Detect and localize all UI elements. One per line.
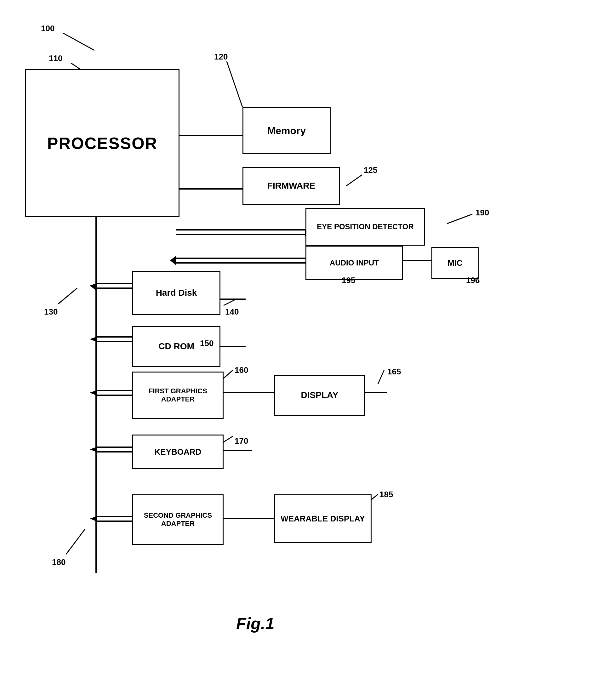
ref-120: 120 [214, 52, 228, 62]
processor-box: PROCESSOR [25, 69, 180, 217]
memory-box: Memory [242, 107, 331, 154]
svg-marker-21 [90, 337, 96, 342]
firmware-box: FIRMWARE [242, 167, 340, 205]
svg-line-49 [224, 299, 236, 305]
display-box: DISPLAY [274, 375, 365, 416]
svg-line-44 [63, 33, 94, 50]
ref-160: 160 [235, 365, 248, 375]
svg-marker-16 [90, 284, 96, 290]
svg-line-47 [346, 175, 362, 186]
diagram-container: 100 110 PROCESSOR 120 Memory 125 FIRMWAR… [0, 0, 592, 700]
ref-195: 195 [342, 276, 355, 285]
hard-disk-box: Hard Disk [132, 271, 220, 315]
ref-110: 110 [49, 54, 62, 63]
audio-input-box: AUDIO INPUT [305, 246, 403, 280]
svg-line-48 [58, 288, 77, 304]
svg-line-52 [378, 370, 384, 384]
ref-150: 150 [200, 339, 213, 348]
mic-box: MIC [431, 247, 479, 279]
svg-marker-26 [90, 391, 96, 395]
ref-165: 165 [387, 367, 401, 377]
ref-125: 125 [364, 165, 377, 175]
ref-130: 130 [44, 307, 58, 317]
wearable-display-box: WEARABLE DISPLAY [274, 494, 372, 543]
ref-140: 140 [225, 307, 239, 317]
keyboard-box: KEYBOARD [132, 435, 224, 469]
svg-line-56 [447, 214, 472, 223]
ref-180: 180 [52, 557, 65, 567]
ref-170: 170 [235, 436, 248, 446]
svg-line-54 [66, 529, 85, 554]
ref-190: 190 [476, 208, 489, 217]
first-graphics-adapter-box: FIRST GRAPHICS ADAPTER [132, 371, 224, 419]
eye-position-detector-box: EYE POSITION DETECTOR [305, 208, 425, 246]
svg-marker-33 [90, 447, 96, 452]
figure-label: Fig.1 [236, 614, 274, 633]
ref-100: 100 [41, 23, 54, 33]
ref-196: 196 [466, 276, 480, 285]
svg-marker-12 [170, 256, 176, 265]
svg-marker-39 [90, 516, 96, 521]
svg-line-46 [227, 61, 242, 107]
second-graphics-adapter-box: SECOND GRAPHICS ADAPTER [132, 494, 224, 545]
ref-185: 185 [380, 490, 393, 499]
